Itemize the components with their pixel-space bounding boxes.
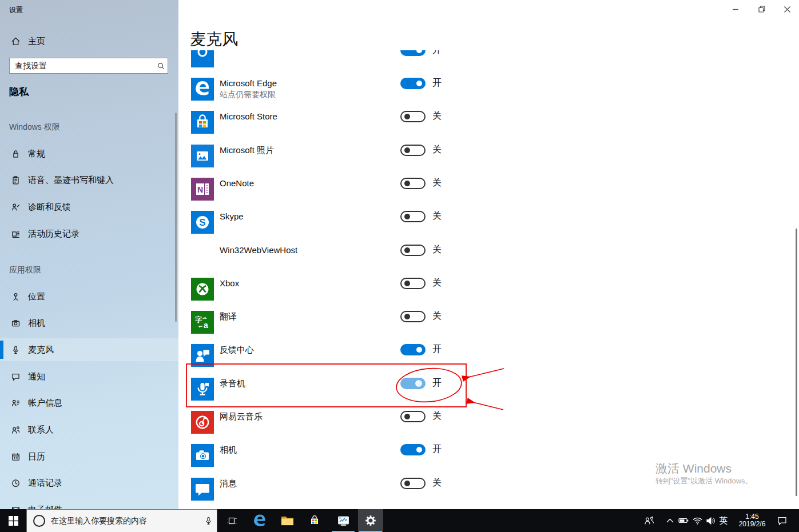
camera-icon bbox=[10, 318, 21, 329]
language-indicator[interactable]: 英 bbox=[716, 509, 731, 532]
tray-chevron-icon[interactable] bbox=[662, 509, 677, 532]
task-view-button[interactable] bbox=[220, 509, 245, 532]
app-name: 相机 bbox=[220, 445, 237, 455]
permission-toggle[interactable] bbox=[400, 311, 426, 322]
toggle-state-label: 关 bbox=[432, 410, 442, 422]
task-manager-icon[interactable] bbox=[331, 509, 356, 532]
toggle-state-label: 关 bbox=[432, 110, 442, 122]
app-name: 消息 bbox=[220, 478, 237, 489]
toggle-state-label: 关 bbox=[432, 144, 442, 156]
settings-search-input[interactable] bbox=[10, 61, 154, 70]
people-tray-icon[interactable] bbox=[641, 509, 658, 532]
sidebar-item-3[interactable]: 活动历史记录 bbox=[0, 222, 178, 245]
sidebar-item-18[interactable]: 电子邮件 bbox=[0, 499, 178, 509]
battery-icon[interactable] bbox=[676, 509, 691, 532]
app-permission-row-partial: 开 bbox=[190, 50, 514, 69]
sidebar-item-17[interactable]: 通话记录 bbox=[0, 472, 178, 495]
permission-toggle[interactable] bbox=[400, 78, 426, 89]
permission-toggle[interactable] bbox=[400, 444, 426, 455]
app-name: OneNote bbox=[220, 178, 254, 188]
search-icon[interactable] bbox=[154, 59, 168, 73]
app-permission-row-翻译: 字a 翻译 关 bbox=[190, 311, 514, 335]
taskbar-search-placeholder: 在这里输入你要搜索的内容 bbox=[51, 516, 200, 526]
toggle-state-label: 关 bbox=[432, 277, 442, 289]
camera-app-icon bbox=[191, 444, 214, 467]
sidebar-item-16[interactable]: 日历 bbox=[0, 445, 178, 468]
close-button[interactable] bbox=[774, 0, 799, 18]
home-icon bbox=[10, 36, 21, 46]
permission-toggle[interactable] bbox=[400, 111, 426, 122]
sidebar-item-label: 活动历史记录 bbox=[28, 229, 79, 239]
notifications-icon bbox=[10, 371, 21, 382]
netease-music-icon bbox=[191, 411, 214, 434]
translator-icon: 字a bbox=[191, 311, 214, 334]
permission-toggle[interactable] bbox=[400, 378, 426, 389]
sidebar-item-13[interactable]: 通知 bbox=[0, 365, 178, 388]
app-permission-row-网易云音乐: 网易云音乐 关 bbox=[190, 411, 514, 435]
sidebar-item-home[interactable]: 主页 bbox=[0, 30, 178, 53]
sidebar-item-label: 位置 bbox=[28, 291, 45, 302]
sidebar-item-15[interactable]: 联系人 bbox=[0, 419, 178, 442]
skype-icon: S bbox=[191, 211, 214, 234]
svg-text:a: a bbox=[204, 321, 208, 330]
toggle-state-label: 开 bbox=[432, 443, 442, 455]
settings-taskbar-icon[interactable] bbox=[358, 509, 383, 532]
cortana-icon[interactable] bbox=[33, 515, 45, 527]
app-permission-row-相机: 相机 开 bbox=[190, 444, 514, 468]
location-icon bbox=[10, 291, 21, 302]
permission-toggle[interactable] bbox=[400, 245, 426, 256]
permission-toggle[interactable] bbox=[400, 344, 426, 355]
wifi-icon[interactable] bbox=[690, 509, 705, 532]
taskbar-search-box[interactable]: 在这里输入你要搜索的内容 bbox=[26, 509, 217, 532]
toggle-state-label: 关 bbox=[432, 177, 442, 189]
sidebar-group-header: 应用权限 bbox=[9, 265, 41, 275]
settings-search-box[interactable] bbox=[9, 58, 168, 74]
app-permission-row-Skype: S Skype 关 bbox=[190, 211, 514, 235]
sidebar-item-10[interactable]: 位置 bbox=[0, 285, 178, 308]
svg-text:字: 字 bbox=[195, 315, 202, 323]
clock[interactable]: 1:45 2019/2/6 bbox=[733, 509, 771, 532]
restore-button[interactable] bbox=[749, 0, 774, 18]
sidebar-item-2[interactable]: 诊断和反馈 bbox=[0, 195, 178, 218]
toggle-state-label: 关 bbox=[432, 477, 442, 489]
toggle-state-label: 关 bbox=[432, 310, 442, 322]
minimize-button[interactable] bbox=[723, 0, 749, 18]
sidebar-item-1[interactable]: 语音、墨迹书写和键入 bbox=[0, 169, 178, 192]
sidebar-item-0[interactable]: 常规 bbox=[0, 142, 178, 165]
account-info-icon bbox=[10, 398, 21, 409]
toggle-state-label: 开 bbox=[432, 343, 442, 355]
sidebar-item-12[interactable]: 麦克风 bbox=[0, 338, 178, 361]
permission-toggle[interactable] bbox=[400, 478, 426, 489]
permission-toggle[interactable] bbox=[400, 278, 426, 289]
store-taskbar-icon[interactable] bbox=[302, 509, 327, 532]
clock-date: 2019/2/6 bbox=[739, 521, 766, 528]
app-permission-row-Microsoft Store: Microsoft Store 关 bbox=[190, 111, 514, 135]
app-permission-row-Microsoft 照片: Microsoft 照片 关 bbox=[190, 145, 514, 169]
window-title: 设置 bbox=[9, 5, 23, 15]
sidebar-item-11[interactable]: 相机 bbox=[0, 312, 178, 335]
sidebar-item-label: 帐户信息 bbox=[28, 398, 62, 409]
edge-taskbar-icon[interactable] bbox=[247, 509, 272, 532]
app-permission-row-Xbox: Xbox 关 bbox=[190, 278, 514, 302]
permission-toggle[interactable] bbox=[400, 50, 426, 56]
store-icon bbox=[191, 111, 214, 134]
sidebar-group-header: Windows 权限 bbox=[9, 122, 60, 133]
permission-toggle[interactable] bbox=[400, 145, 426, 156]
sidebar-item-label: 麦克风 bbox=[28, 345, 54, 355]
app-permission-row-Microsoft Edge: Microsoft Edge 站点仍需要权限 开 bbox=[190, 78, 514, 102]
app-name: Microsoft Edge bbox=[220, 78, 277, 88]
start-button[interactable] bbox=[0, 509, 26, 532]
action-center-icon[interactable] bbox=[773, 509, 790, 532]
settings-sidebar: 设置 主页 隐私 Windows 权限 常规 语音、墨迹书写和键入 诊断和反馈 … bbox=[0, 0, 178, 509]
file-explorer-icon[interactable] bbox=[275, 509, 300, 532]
app-name: Win32WebViewHost bbox=[220, 245, 297, 255]
permission-toggle[interactable] bbox=[400, 411, 426, 422]
category-title: 隐私 bbox=[9, 85, 29, 98]
taskbar-mic-icon[interactable] bbox=[200, 517, 217, 525]
sidebar-scrollbar[interactable] bbox=[175, 113, 177, 322]
main-scrollbar[interactable] bbox=[796, 229, 797, 496]
email-icon bbox=[10, 505, 21, 509]
permission-toggle[interactable] bbox=[400, 178, 426, 189]
sidebar-item-14[interactable]: 帐户信息 bbox=[0, 392, 178, 415]
permission-toggle[interactable] bbox=[400, 211, 426, 222]
